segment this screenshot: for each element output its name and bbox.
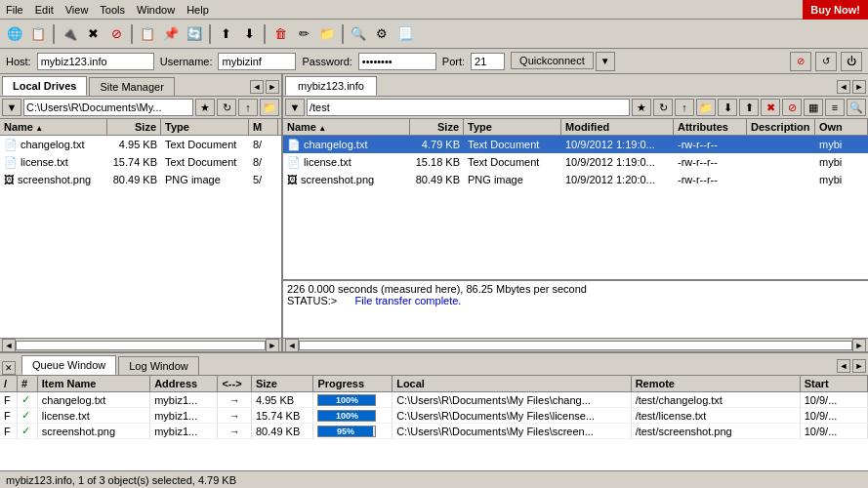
right-col-type[interactable]: Type	[464, 119, 561, 135]
menu-window[interactable]: Window	[131, 2, 181, 18]
quickconnect-button[interactable]: Quickconnect	[511, 52, 594, 69]
right-col-desc[interactable]: Description	[747, 119, 815, 135]
toolbar-copy[interactable]: 📋	[137, 23, 158, 45]
right-col-size[interactable]: Size	[410, 119, 464, 135]
toolbar-synchronize[interactable]: 🔄	[184, 23, 205, 45]
toolbar-upload[interactable]: ⬆	[215, 23, 236, 45]
toolbar-disconnect[interactable]: ✖	[82, 23, 103, 45]
toolbar-delete[interactable]: 🗑	[269, 23, 291, 45]
toolbar-rename[interactable]: ✏	[293, 23, 314, 45]
toolbar-filter[interactable]: 🔍	[348, 23, 369, 45]
right-view-list[interactable]: ≡	[825, 99, 845, 116]
left-col-name[interactable]: Name	[0, 119, 107, 135]
left-path-input[interactable]	[23, 99, 193, 116]
conn-disconnect[interactable]: ⏻	[841, 52, 862, 71]
menu-view[interactable]: View	[60, 2, 95, 18]
bottom-close-button[interactable]: ✕	[2, 361, 16, 375]
right-col-name[interactable]: Name	[283, 119, 410, 135]
tab-log-window[interactable]: Log Window	[118, 356, 199, 375]
right-path-input[interactable]	[307, 99, 630, 116]
left-file-row-license[interactable]: 📄 license.txt 15.74 KB Text Document 8/	[0, 153, 281, 171]
left-new-folder[interactable]: 📁	[260, 99, 279, 116]
right-path-expand[interactable]: ▼	[285, 99, 305, 116]
left-panel-next-arrow[interactable]: ►	[266, 80, 279, 94]
qh-start[interactable]: Start	[800, 376, 867, 392]
left-col-size[interactable]: Size	[107, 119, 161, 135]
left-file-row-changelog[interactable]: 📄 changelog.txt 4.95 KB Text Document 8/	[0, 136, 281, 153]
right-download[interactable]: ⬇	[718, 99, 737, 116]
toolbar-cancel[interactable]: ⊘	[105, 23, 127, 45]
left-hscroll-right[interactable]: ►	[266, 339, 279, 352]
qh-slash[interactable]: /	[0, 376, 18, 392]
qh-item-name[interactable]: Item Name	[37, 376, 149, 392]
qh-address[interactable]: Address	[150, 376, 218, 392]
toolbar-open-manager[interactable]: 📋	[27, 23, 49, 45]
right-hscroll-right[interactable]: ►	[852, 339, 866, 352]
left-bookmark[interactable]: ★	[195, 99, 215, 116]
right-file-row-screenshot[interactable]: 🖼 screenshot.png 80.49 KB PNG image 10/9…	[283, 171, 868, 188]
right-filter[interactable]: 🔍	[847, 99, 866, 116]
qh-arrow[interactable]: <-->	[218, 376, 252, 392]
right-upload[interactable]: ⬆	[739, 99, 759, 116]
conn-reconnect[interactable]: ↺	[815, 52, 837, 71]
left-col-type[interactable]: Type	[161, 119, 249, 135]
menu-edit[interactable]: Edit	[29, 2, 60, 18]
right-cancel[interactable]: ⊘	[782, 99, 802, 116]
qh-progress[interactable]: Progress	[313, 376, 393, 392]
left-refresh[interactable]: ↻	[217, 99, 236, 116]
left-col-mod[interactable]: M	[249, 119, 278, 135]
qh-local[interactable]: Local	[393, 376, 631, 392]
tab-local-drives[interactable]: Local Drives	[2, 76, 87, 96]
password-input[interactable]	[358, 53, 436, 70]
bottom-prev-arrow[interactable]: ◄	[837, 359, 850, 373]
left-panel-prev-arrow[interactable]: ◄	[250, 80, 264, 94]
right-file-row-license[interactable]: 📄 license.txt 15.18 KB Text Document 10/…	[283, 153, 868, 171]
right-view-icons[interactable]: ▦	[804, 99, 823, 116]
toolbar-settings[interactable]: ⚙	[371, 23, 393, 45]
conn-stop[interactable]: ⊘	[790, 52, 811, 71]
right-hscroll-left[interactable]: ◄	[285, 339, 299, 352]
right-refresh[interactable]: ↻	[653, 99, 673, 116]
username-input[interactable]	[218, 53, 296, 70]
right-hscroll-bar[interactable]	[299, 341, 852, 350]
right-panel-next-arrow[interactable]: ►	[852, 80, 866, 94]
menu-help[interactable]: Help	[181, 2, 215, 18]
right-file-row-changelog[interactable]: 📄 changelog.txt 4.79 KB Text Document 10…	[283, 136, 868, 153]
left-path-dropdown-arrow[interactable]: ▼	[2, 99, 21, 116]
right-delete[interactable]: ✖	[761, 99, 780, 116]
toolbar-paste[interactable]: 📌	[160, 23, 182, 45]
right-bookmark[interactable]: ★	[632, 99, 651, 116]
left-hscroll-left[interactable]: ◄	[2, 339, 16, 352]
toolbar-reconnect[interactable]: 🔌	[59, 23, 80, 45]
tab-remote-site[interactable]: mybiz123.info	[285, 76, 377, 96]
tab-site-manager[interactable]: Site Manager	[89, 77, 174, 96]
right-col-own[interactable]: Own	[815, 119, 868, 135]
transfer-complete-link[interactable]: File transfer complete.	[355, 295, 462, 306]
tab-queue-window[interactable]: Queue Window	[21, 355, 116, 375]
bottom-next-arrow[interactable]: ►	[852, 359, 866, 373]
queue-row[interactable]: F ✓ changelog.txt mybiz1... → 4.95 KB 10…	[0, 392, 868, 408]
right-col-mod[interactable]: Modified	[561, 119, 674, 135]
queue-row[interactable]: F ✓ screenshot.png mybiz1... → 80.49 KB …	[0, 424, 868, 439]
port-input[interactable]	[471, 53, 505, 70]
toolbar-log[interactable]: 📃	[394, 23, 416, 45]
toolbar-download[interactable]: ⬇	[238, 23, 260, 45]
queue-row[interactable]: F ✓ license.txt mybiz1... → 15.74 KB 100…	[0, 408, 868, 424]
left-up-folder[interactable]: ↑	[238, 99, 258, 116]
qh-remote[interactable]: Remote	[631, 376, 800, 392]
right-up-folder[interactable]: ↑	[675, 99, 694, 116]
host-input[interactable]	[37, 53, 154, 70]
right-panel-prev-arrow[interactable]: ◄	[837, 80, 850, 94]
right-col-attr[interactable]: Attributes	[674, 119, 747, 135]
qh-size[interactable]: Size	[251, 376, 312, 392]
menu-file[interactable]: File	[0, 2, 29, 18]
menu-tools[interactable]: Tools	[94, 2, 131, 18]
quickconnect-dropdown[interactable]: ▼	[596, 52, 615, 71]
left-file-row-screenshot[interactable]: 🖼 screenshot.png 80.49 KB PNG image 5/	[0, 171, 281, 188]
qh-num[interactable]: #	[18, 376, 38, 392]
toolbar-new-site[interactable]: 🌐	[4, 23, 25, 45]
buy-now-button[interactable]: Buy Now!	[803, 0, 868, 20]
toolbar-newfolder[interactable]: 📁	[316, 23, 338, 45]
left-hscroll-bar[interactable]	[16, 341, 266, 350]
right-new-folder[interactable]: 📁	[696, 99, 716, 116]
